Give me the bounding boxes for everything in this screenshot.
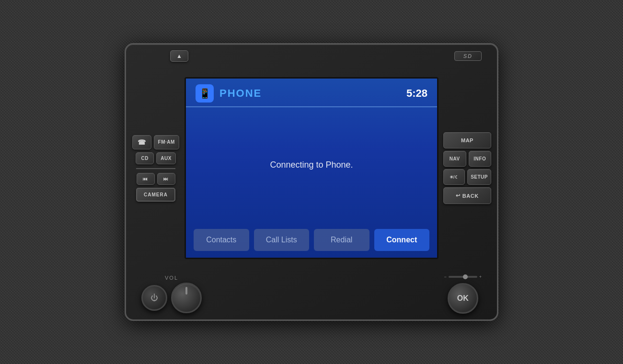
main-row: ☎ FM·AM CD AUX ⏮ ⏭ CAMERA 📱 — [132, 66, 491, 271]
sd-slot: SD — [454, 51, 482, 61]
power-icon: ⏻ — [150, 294, 158, 302]
power-button[interactable]: ⏻ — [141, 285, 167, 311]
screen-buttons: Contacts Call Lists Redial Connect — [186, 222, 437, 258]
nav-button[interactable]: NAV — [443, 151, 466, 167]
map-button[interactable]: MAP — [443, 132, 491, 148]
phone-label: PHONE — [219, 87, 262, 100]
nav-info-row: NAV INFO — [443, 151, 491, 167]
brightness-min-icon: − — [444, 274, 446, 279]
time-display: 5:28 — [406, 87, 427, 100]
ok-button[interactable]: OK — [448, 283, 478, 314]
contacts-button[interactable]: Contacts — [194, 229, 249, 251]
brightness-setup-row: ☀/☾ SETUP — [443, 169, 491, 185]
brightness-button[interactable]: ☀/☾ — [443, 169, 465, 185]
screen-body: Connecting to Phone. — [186, 107, 437, 222]
phone-button[interactable]: ☎ — [132, 135, 151, 149]
left-panel: ☎ FM·AM CD AUX ⏮ ⏭ CAMERA — [132, 135, 180, 202]
connect-button[interactable]: Connect — [374, 229, 430, 251]
display-screen: 📱 PHONE 5:28 Connecting to Phone. Contac… — [185, 77, 438, 259]
right-panel: MAP NAV INFO ☀/☾ SETUP ↩ BACK — [443, 132, 491, 204]
brightness-slider[interactable]: − + — [444, 274, 482, 279]
cd-button[interactable]: CD — [136, 152, 154, 164]
redial-button[interactable]: Redial — [314, 229, 369, 251]
slider-track — [449, 276, 477, 278]
brightness-max-icon: + — [479, 274, 482, 279]
back-button[interactable]: ↩ BACK — [443, 187, 491, 204]
setup-button[interactable]: SETUP — [467, 169, 491, 185]
volume-knob[interactable] — [171, 283, 202, 313]
phone-icon: 📱 — [196, 84, 214, 102]
left-bottom: VOL ⏻ — [141, 275, 202, 313]
screen-content: 📱 PHONE 5:28 Connecting to Phone. Contac… — [186, 79, 437, 258]
info-button[interactable]: INFO — [469, 151, 492, 167]
top-controls: ▲ SD — [132, 50, 491, 66]
screen-header: 📱 PHONE 5:28 — [186, 79, 437, 107]
connecting-text: Connecting to Phone. — [270, 160, 353, 170]
back-arrow-icon: ↩ — [456, 193, 461, 199]
call-lists-button[interactable]: Call Lists — [254, 229, 310, 251]
aux-button[interactable]: AUX — [156, 152, 176, 164]
right-bottom: − + OK — [444, 274, 482, 314]
phone-title: 📱 PHONE — [196, 84, 262, 102]
knob-indicator — [185, 287, 187, 295]
camera-button[interactable]: CAMERA — [136, 188, 175, 202]
bottom-controls: VOL ⏻ − + OK — [132, 271, 491, 314]
next-button[interactable]: ⏭ — [157, 173, 175, 185]
eject-button[interactable]: ▲ — [170, 50, 188, 62]
head-unit: ▲ SD ☎ FM·AM CD AUX ⏮ ⏭ CAMERA — [125, 43, 498, 321]
fm-am-button[interactable]: FM·AM — [154, 135, 179, 149]
prev-button[interactable]: ⏮ — [137, 173, 155, 185]
vol-label: VOL — [165, 275, 178, 281]
